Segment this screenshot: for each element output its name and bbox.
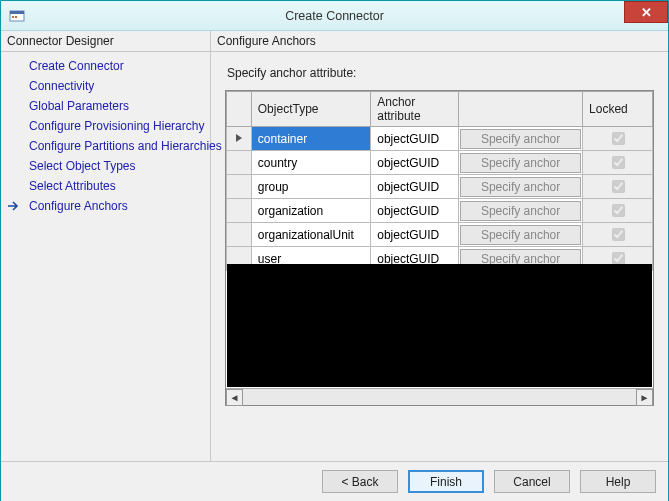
locked-checkbox[interactable]	[612, 132, 625, 145]
nav-item[interactable]: Configure Provisioning Hierarchy	[1, 116, 210, 136]
locked-checkbox[interactable]	[612, 228, 625, 241]
nav-item[interactable]: Configure Anchors	[1, 196, 210, 216]
left-pane-header: Connector Designer	[1, 31, 210, 52]
scroll-left-button[interactable]: ◄	[226, 389, 243, 406]
titlebar: Create Connector ✕	[1, 1, 668, 31]
close-icon: ✕	[641, 5, 652, 20]
cell-specify: Specify anchor	[459, 151, 583, 175]
nav-list: Create ConnectorConnectivityGlobal Param…	[1, 52, 210, 216]
cell-anchorattr[interactable]: objectGUID	[371, 175, 459, 199]
col-header-locked[interactable]: Locked	[583, 92, 653, 127]
col-header-indicator[interactable]	[227, 92, 252, 127]
specify-anchor-button[interactable]: Specify anchor	[460, 201, 581, 221]
locked-checkbox[interactable]	[612, 204, 625, 217]
nav-item[interactable]: Configure Partitions and Hierarchies	[1, 136, 210, 156]
right-pane-header: Configure Anchors	[211, 31, 668, 52]
nav-item-label: Configure Anchors	[29, 199, 128, 213]
cell-locked	[583, 127, 653, 151]
dialog-window: Create Connector ✕ Connector Designer Cr…	[0, 0, 669, 501]
table-row[interactable]: containerobjectGUIDSpecify anchor	[227, 127, 653, 151]
nav-item-label: Connectivity	[29, 79, 94, 93]
nav-item[interactable]: Connectivity	[1, 76, 210, 96]
scroll-right-button[interactable]: ►	[636, 389, 653, 406]
cell-specify: Specify anchor	[459, 175, 583, 199]
anchor-table: ObjectType Anchor attribute Locked conta…	[226, 91, 653, 271]
close-button[interactable]: ✕	[624, 1, 668, 23]
right-pane: Configure Anchors Specify anchor attribu…	[211, 31, 668, 461]
nav-item-label: Configure Partitions and Hierarchies	[29, 139, 222, 153]
dialog-body: Connector Designer Create ConnectorConne…	[1, 31, 668, 461]
cell-locked	[583, 175, 653, 199]
cell-objecttype[interactable]: container	[251, 127, 370, 151]
table-row[interactable]: groupobjectGUIDSpecify anchor	[227, 175, 653, 199]
row-indicator	[227, 199, 252, 223]
locked-checkbox[interactable]	[612, 156, 625, 169]
cell-locked	[583, 151, 653, 175]
cell-objecttype[interactable]: organization	[251, 199, 370, 223]
nav-item-label: Select Object Types	[29, 159, 136, 173]
arrow-right-icon	[7, 200, 21, 215]
col-header-anchorattr[interactable]: Anchor attribute	[371, 92, 459, 127]
horizontal-scrollbar[interactable]: ◄ ►	[226, 388, 653, 405]
nav-item[interactable]: Create Connector	[1, 56, 210, 76]
back-button[interactable]: < Back	[322, 470, 398, 493]
cell-specify: Specify anchor	[459, 199, 583, 223]
col-header-specify[interactable]	[459, 92, 583, 127]
nav-item[interactable]: Select Attributes	[1, 176, 210, 196]
specify-anchor-button[interactable]: Specify anchor	[460, 129, 581, 149]
table-row[interactable]: organizationobjectGUIDSpecify anchor	[227, 199, 653, 223]
specify-anchor-button[interactable]: Specify anchor	[460, 225, 581, 245]
cell-locked	[583, 223, 653, 247]
cell-anchorattr[interactable]: objectGUID	[371, 127, 459, 151]
row-indicator	[227, 223, 252, 247]
cell-anchorattr[interactable]: objectGUID	[371, 151, 459, 175]
window-title: Create Connector	[1, 9, 668, 23]
finish-button[interactable]: Finish	[408, 470, 484, 493]
table-row[interactable]: organizationalUnitobjectGUIDSpecify anch…	[227, 223, 653, 247]
anchor-grid: ObjectType Anchor attribute Locked conta…	[225, 90, 654, 406]
row-indicator	[227, 175, 252, 199]
nav-item[interactable]: Global Parameters	[1, 96, 210, 116]
nav-item-label: Configure Provisioning Hierarchy	[29, 119, 204, 133]
left-nav-pane: Connector Designer Create ConnectorConne…	[1, 31, 211, 461]
locked-checkbox[interactable]	[612, 180, 625, 193]
row-indicator	[227, 127, 252, 151]
nav-item[interactable]: Select Object Types	[1, 156, 210, 176]
cell-anchorattr[interactable]: objectGUID	[371, 223, 459, 247]
cancel-button[interactable]: Cancel	[494, 470, 570, 493]
cell-locked	[583, 199, 653, 223]
table-header-row: ObjectType Anchor attribute Locked	[227, 92, 653, 127]
cell-objecttype[interactable]: organizationalUnit	[251, 223, 370, 247]
instruction-text: Specify anchor attribute:	[227, 66, 654, 80]
cell-specify: Specify anchor	[459, 127, 583, 151]
specify-anchor-button[interactable]: Specify anchor	[460, 153, 581, 173]
nav-item-label: Global Parameters	[29, 99, 129, 113]
cell-objecttype[interactable]: country	[251, 151, 370, 175]
nav-item-label: Create Connector	[29, 59, 124, 73]
specify-anchor-button[interactable]: Specify anchor	[460, 177, 581, 197]
nav-item-label: Select Attributes	[29, 179, 116, 193]
current-row-icon	[234, 133, 244, 143]
cell-specify: Specify anchor	[459, 223, 583, 247]
grid-empty-area	[227, 264, 652, 387]
col-header-objecttype[interactable]: ObjectType	[251, 92, 370, 127]
dialog-footer: < Back Finish Cancel Help	[1, 461, 668, 501]
cell-objecttype[interactable]: group	[251, 175, 370, 199]
help-button[interactable]: Help	[580, 470, 656, 493]
table-row[interactable]: countryobjectGUIDSpecify anchor	[227, 151, 653, 175]
cell-anchorattr[interactable]: objectGUID	[371, 199, 459, 223]
row-indicator	[227, 151, 252, 175]
